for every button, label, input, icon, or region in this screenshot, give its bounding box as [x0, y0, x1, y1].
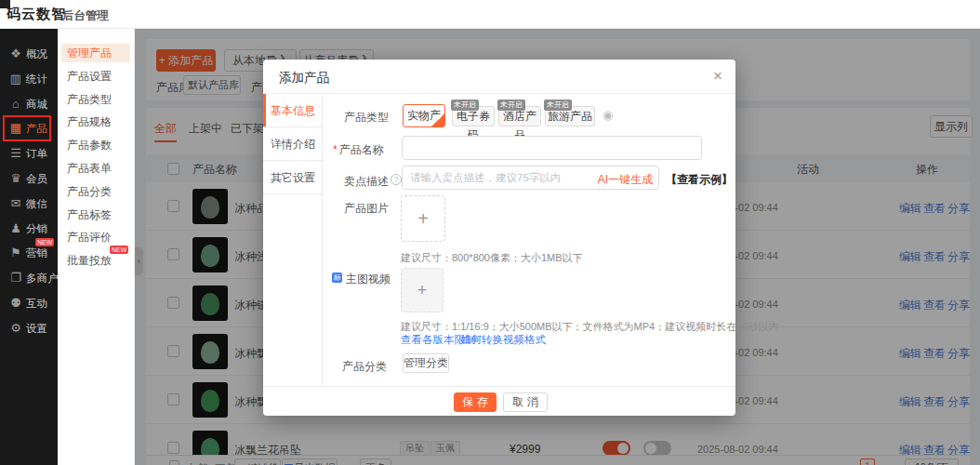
help-question-icon[interactable]: ? [391, 174, 402, 185]
product-name-input[interactable] [402, 136, 702, 160]
sidebar-item-interaction[interactable]: ⚉互动 [0, 291, 58, 315]
image-hint: 建议尺寸：800*800像素；大小1MB以下 [401, 251, 583, 265]
required-mark: * [333, 143, 338, 156]
save-button[interactable]: 保 存 [454, 392, 497, 412]
check-icon: ✓ [437, 107, 444, 127]
sidebar-item-label: 分销 [26, 222, 47, 236]
image-upload-box[interactable]: + [401, 195, 445, 242]
submenu-item-label: 产品类型 [67, 93, 112, 106]
new-badge: NEW [110, 246, 128, 254]
submenu-item-product-settings[interactable]: 产品设置 [61, 67, 130, 86]
submenu-item-batch-publish[interactable]: 批量投放NEW [61, 251, 130, 270]
close-icon[interactable]: × [713, 67, 722, 86]
submenu-item-product-params[interactable]: 产品参数 [61, 136, 130, 154]
submenu-item-label: 批量投放 [67, 254, 112, 267]
submenu-item-product-types[interactable]: 产品类型 [61, 90, 130, 109]
plus-icon: + [417, 281, 428, 299]
submenu-item-product-reviews[interactable]: 产品评价 [61, 228, 130, 246]
submenu-item-label: 产品设置 [67, 70, 112, 83]
marketing-icon: ⚑ [8, 246, 23, 259]
sidebar-item-wechat[interactable]: ✉微信 [0, 192, 58, 216]
sidebar-item-overview[interactable]: ❖概况 [0, 42, 58, 66]
selling-point-field: AI一键生成 [402, 166, 659, 190]
product-submenu: 管理产品产品设置产品类型产品规格产品参数产品表单产品分类产品标签产品评价批量投放… [58, 29, 135, 465]
sidebar-item-label: 微信 [26, 197, 47, 211]
sidebar-item-product[interactable]: ▦产品 [0, 116, 58, 140]
modal-header: 添加产品 × [263, 60, 735, 94]
interaction-icon: ⚉ [8, 296, 23, 310]
add-product-modal: 添加产品 × 基本信息详情介绍其它设置 产品类型 实物产品✓电子券码未开启酒店产… [263, 60, 735, 416]
sidebar-item-label: 营销 [26, 246, 47, 260]
product-type-option[interactable]: 电子券码未开启 [452, 106, 495, 126]
video-upload-box[interactable]: + [401, 268, 444, 312]
top-bar: 码云数智 后台管理 [0, 0, 980, 29]
new-badge: NEW [35, 238, 54, 246]
sidebar-item-label: 商城 [26, 98, 47, 112]
wechat-icon: ✉ [8, 196, 23, 210]
sidebar-item-mall[interactable]: ⌂商城 [0, 92, 58, 116]
modal-tab-1[interactable]: 详情介绍 [263, 127, 323, 161]
overview-icon: ❖ [8, 46, 23, 60]
submenu-item-label: 产品规格 [67, 115, 112, 128]
mall-icon: ⌂ [8, 97, 23, 111]
cancel-button[interactable]: 取 消 [503, 392, 548, 412]
sidebar-item-marketing[interactable]: ⚑营销NEW [0, 241, 58, 265]
submenu-item-product-specs[interactable]: 产品规格 [61, 113, 130, 131]
submenu-item-label: 管理产品 [67, 46, 112, 60]
plus-icon: + [417, 208, 429, 229]
preview-eye-icon[interactable]: ◉ [603, 108, 613, 122]
video-hint: 建议尺寸：1:1/16:9；大小500MB以下；文件格式为MP4；建议视频时长在… [401, 320, 778, 334]
submenu-item-label: 产品表单 [67, 162, 112, 175]
submenu-item-manage-products[interactable]: 管理产品 [61, 44, 130, 62]
sidebar-item-label: 设置 [26, 322, 47, 336]
modal-tab-rail: 基本信息详情介绍其它设置 [263, 94, 323, 386]
submenu-item-label: 产品参数 [67, 139, 112, 152]
submenu-item-label: 产品分类 [67, 185, 112, 198]
manage-category-button[interactable]: 管理分类 [403, 353, 449, 373]
main-video-label: 主图视频 [346, 272, 391, 287]
sidebar-item-multi-merchant[interactable]: ❐多商户 [0, 266, 58, 290]
modal-footer: 保 存 取 消 [263, 386, 735, 416]
settings-icon: ⚙ [8, 321, 23, 335]
sidebar-item-label: 统计 [26, 73, 47, 86]
submenu-item-product-tags[interactable]: 产品标签 [61, 206, 130, 224]
modal-tab-0[interactable]: 基本信息 [263, 94, 323, 127]
submenu-item-label: 产品标签 [67, 208, 112, 221]
modal-title: 添加产品 [279, 70, 329, 86]
not-enabled-badge: 未开启 [451, 100, 479, 111]
category-label: 产品分类 [342, 359, 387, 375]
product-name-label: *产品名称 [333, 142, 384, 158]
ai-generate-link[interactable]: AI一键生成 [598, 172, 653, 188]
multi-merchant-icon: ❐ [8, 271, 23, 285]
sidebar-item-distribution[interactable]: ♟分销 [0, 217, 58, 241]
product-type-option[interactable]: 实物产品✓ [403, 104, 445, 127]
modal-tab-2[interactable]: 其它设置 [263, 161, 323, 194]
product-type-label: 产品类型 [344, 110, 389, 126]
sidebar-item-orders[interactable]: ☰订单 [0, 141, 58, 166]
app-root: 码云数智 后台管理 ❖概况▥统计⌂商城▦产品☰订单♛会员✉微信♟分销⚑营销NEW… [0, 0, 980, 465]
not-enabled-badge: 未开启 [497, 100, 525, 111]
members-icon: ♛ [8, 171, 23, 185]
orders-icon: ☰ [8, 146, 23, 160]
sidebar-item-settings[interactable]: ⚙设置 [0, 316, 58, 340]
brand-subtitle: 后台管理 [62, 8, 109, 24]
selling-point-input[interactable] [403, 166, 581, 189]
distribution-icon: ♟ [8, 221, 23, 235]
product-type-option[interactable]: 旅游产品未开启 [545, 106, 595, 126]
statistics-icon: ▥ [8, 72, 23, 86]
sidebar-item-label: 会员 [26, 172, 47, 186]
sidebar-item-label: 概况 [26, 47, 47, 61]
submenu-item-product-categories[interactable]: 产品分类 [61, 182, 130, 201]
brand-logo: 码云数智 [7, 6, 66, 23]
submenu-item-product-forms[interactable]: 产品表单 [61, 159, 130, 178]
sidebar-item-members[interactable]: ♛会员 [0, 166, 58, 191]
view-example-link[interactable]: 【查看示例】 [666, 172, 733, 188]
version-tag-icon: 标 [332, 272, 342, 283]
sidebar-item-label: 多商户 [26, 272, 59, 286]
convert-video-link[interactable]: 如何转换视频格式 [460, 333, 546, 347]
product-type-option[interactable]: 酒店产品未开启 [498, 106, 541, 126]
product-image-label: 产品图片 [344, 201, 389, 217]
sidebar-item-label: 产品 [26, 122, 47, 136]
sidebar-item-label: 订单 [26, 147, 47, 161]
sidebar-item-statistics[interactable]: ▥统计 [0, 67, 58, 91]
